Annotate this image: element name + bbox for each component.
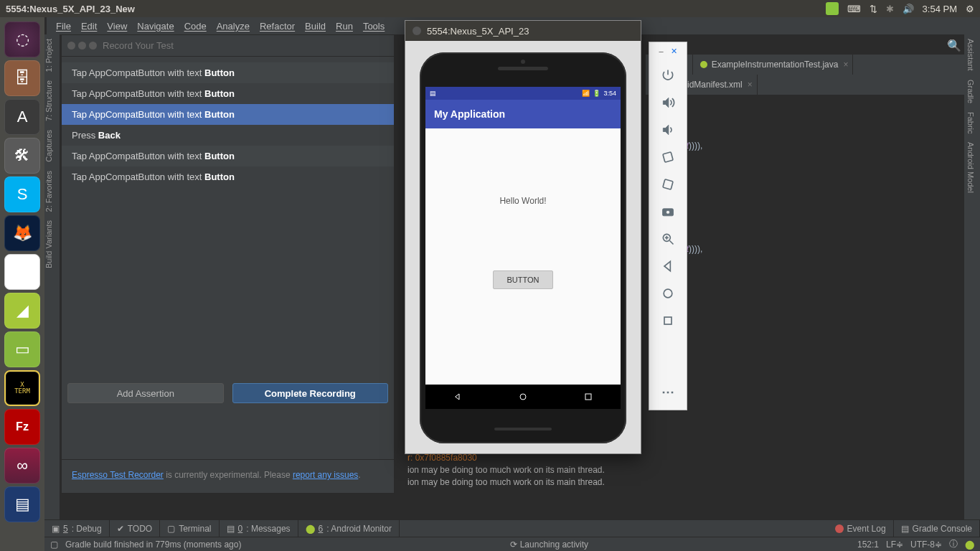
tool-structure[interactable]: 7: Structure <box>44 76 53 126</box>
status-encoding[interactable]: UTF-8≑ <box>910 540 942 550</box>
emuctl-power-icon[interactable] <box>654 62 682 89</box>
tool-android-monitor[interactable]: ⬤ 6: Android Monitor <box>298 520 400 537</box>
status-icon[interactable]: ▢ <box>50 540 58 550</box>
recorded-action[interactable]: Tap AppCompatButton with text Button <box>62 166 394 187</box>
tool-project[interactable]: 1: Project <box>44 34 53 76</box>
tool-android-model[interactable]: Android Model <box>964 138 977 197</box>
close-tab-icon[interactable]: × <box>748 80 753 90</box>
window-min-icon[interactable] <box>78 42 86 50</box>
status-signal-icon: 📶 <box>582 90 590 97</box>
status-battery-icon: 🔋 <box>593 90 600 97</box>
tool-messages[interactable]: ▤ 0: Messages <box>220 520 298 537</box>
android-studio-icon[interactable]: ◢ <box>4 293 40 329</box>
editor-tab[interactable]: ExampleInstrumentationTest.java× <box>693 55 854 75</box>
ide-right-tool-strip: Assistant Gradle Fabric Android Model <box>964 34 980 537</box>
xterm-icon[interactable]: XTERM <box>4 370 40 406</box>
tool-gradle-console[interactable]: ▤ Gradle Console <box>894 520 980 537</box>
emuctl-volume-up-icon[interactable] <box>654 89 682 116</box>
app-button[interactable]: BUTTON <box>493 270 552 289</box>
menu-navigate[interactable]: Navigate <box>132 21 179 32</box>
menu-tools[interactable]: Tools <box>358 21 390 32</box>
emuctl-more-icon[interactable]: ⋯ <box>654 378 682 405</box>
emuctl-zoom-icon[interactable] <box>654 225 682 253</box>
recorded-action[interactable]: Tap AppCompatButton with text Button <box>62 104 394 125</box>
status-line-sep[interactable]: LF≑ <box>886 540 903 550</box>
menu-analyze[interactable]: Analyze <box>212 21 255 32</box>
filezilla-icon[interactable]: Fz <box>4 409 40 445</box>
tool-favorites[interactable]: 2: Favorites <box>44 166 53 216</box>
menu-code[interactable]: Code <box>179 21 212 32</box>
status-context-icon[interactable]: ⓘ <box>949 538 958 550</box>
device-camera-dot <box>521 60 525 64</box>
files-app-icon[interactable]: 🗄 <box>4 60 40 96</box>
bluetooth-indicator-icon[interactable]: ✱ <box>886 4 894 14</box>
emuctl-back-icon[interactable] <box>654 253 682 280</box>
ide-search-icon[interactable]: 🔍 <box>947 39 961 52</box>
menu-file[interactable]: File <box>51 21 76 32</box>
skype-app-icon[interactable]: S <box>4 176 40 212</box>
keyboard-indicator-icon[interactable]: ⌨ <box>847 4 861 14</box>
emuctl-rotate-left-icon[interactable] <box>654 143 682 171</box>
nav-back-icon[interactable] <box>452 391 463 402</box>
menu-refactor[interactable]: Refactor <box>255 21 300 32</box>
software-updater-icon[interactable]: A <box>4 99 40 135</box>
tool-terminal[interactable]: ▢ Terminal <box>160 520 219 537</box>
menu-view[interactable]: View <box>102 21 132 32</box>
emuctl-volume-down-icon[interactable] <box>654 116 682 143</box>
recorder-titlebar: Record Your Test <box>62 35 394 57</box>
workspace-switcher-icon[interactable]: ▤ <box>4 486 40 522</box>
menu-build[interactable]: Build <box>300 21 331 32</box>
menu-edit[interactable]: Edit <box>76 21 102 32</box>
recorder-title: Record Your Test <box>103 40 174 51</box>
emuctl-overview-icon[interactable] <box>654 307 682 334</box>
network-indicator-icon[interactable]: ⇅ <box>870 4 877 14</box>
clock[interactable]: 3:54 PM <box>923 4 957 14</box>
skype-indicator-icon[interactable] <box>826 2 839 15</box>
window-title: 5554:Nexus_5X_API_23_New <box>6 4 135 14</box>
emuctl-rotate-right-icon[interactable] <box>654 171 682 198</box>
tool-event-log[interactable]: Event Log <box>828 520 894 537</box>
report-issues-link[interactable]: report any issues <box>293 470 358 480</box>
session-gear-icon[interactable]: ⚙ <box>966 4 974 14</box>
emulator-titlebar[interactable]: 5554:Nexus_5X_API_23 <box>405 21 641 41</box>
system-settings-icon[interactable]: 🛠 <box>4 138 40 174</box>
android-emulator-icon[interactable]: ▭ <box>4 331 40 367</box>
emuctl-close-icon[interactable]: ✕ <box>671 47 677 56</box>
misc-app-icon[interactable]: ∞ <box>4 448 40 484</box>
recorded-action[interactable]: Tap AppCompatButton with text Button <box>62 83 394 104</box>
ubuntu-dash-icon[interactable]: ◌ <box>4 22 40 57</box>
status-launching: ⟳ Launching activity <box>510 540 588 550</box>
emuctl-screenshot-icon[interactable] <box>654 198 682 225</box>
tool-assistant[interactable]: Assistant <box>964 34 977 75</box>
emulator-window-button-icon[interactable] <box>413 27 421 35</box>
nav-recent-icon[interactable] <box>583 391 594 402</box>
emuctl-home-icon[interactable] <box>654 280 682 307</box>
recorded-action[interactable]: Press Back <box>62 125 394 146</box>
volume-indicator-icon[interactable]: 🔊 <box>903 4 914 14</box>
status-caret-pos[interactable]: 152:1 <box>857 540 879 550</box>
tool-todo[interactable]: ✔ TODO <box>110 520 160 537</box>
add-assertion-button[interactable]: Add Assertion <box>67 383 224 403</box>
tool-build-variants[interactable]: Build Variants <box>44 216 53 273</box>
nav-home-icon[interactable] <box>517 391 529 402</box>
firefox-icon[interactable]: 🦊 <box>4 215 40 251</box>
tool-fabric[interactable]: Fabric <box>964 108 977 138</box>
emulator-window: 5554:Nexus_5X_API_23 ▤ 📶 🔋 3:54 My Appli… <box>405 20 641 454</box>
emuctl-minimize-icon[interactable]: – <box>659 47 663 56</box>
menu-run[interactable]: Run <box>331 21 358 32</box>
tool-gradle[interactable]: Gradle <box>964 75 977 108</box>
recorded-action[interactable]: Tap AppCompatButton with text Button <box>62 62 394 83</box>
window-close-icon[interactable] <box>67 42 75 50</box>
window-max-icon[interactable] <box>89 42 97 50</box>
tool-debug[interactable]: ▣ 5: 5: DebugDebug <box>44 520 110 537</box>
svg-rect-3 <box>663 179 673 189</box>
ide-left-tool-strip: 1: Project 7: Structure Captures 2: Favo… <box>44 34 60 537</box>
close-tab-icon[interactable]: × <box>843 60 848 70</box>
status-android-icon[interactable]: ⬤ <box>965 540 974 550</box>
ubuntu-menu-bar: 5554:Nexus_5X_API_23_New ⌨ ⇅ ✱ 🔊 3:54 PM… <box>0 0 980 17</box>
tool-captures[interactable]: Captures <box>44 126 53 166</box>
recorder-name-link[interactable]: Espresso Test Recorder <box>72 470 164 480</box>
chrome-icon[interactable]: ◉ <box>4 254 40 290</box>
recorded-action[interactable]: Tap AppCompatButton with text Button <box>62 146 394 166</box>
complete-recording-button[interactable]: Complete Recording <box>232 383 389 403</box>
